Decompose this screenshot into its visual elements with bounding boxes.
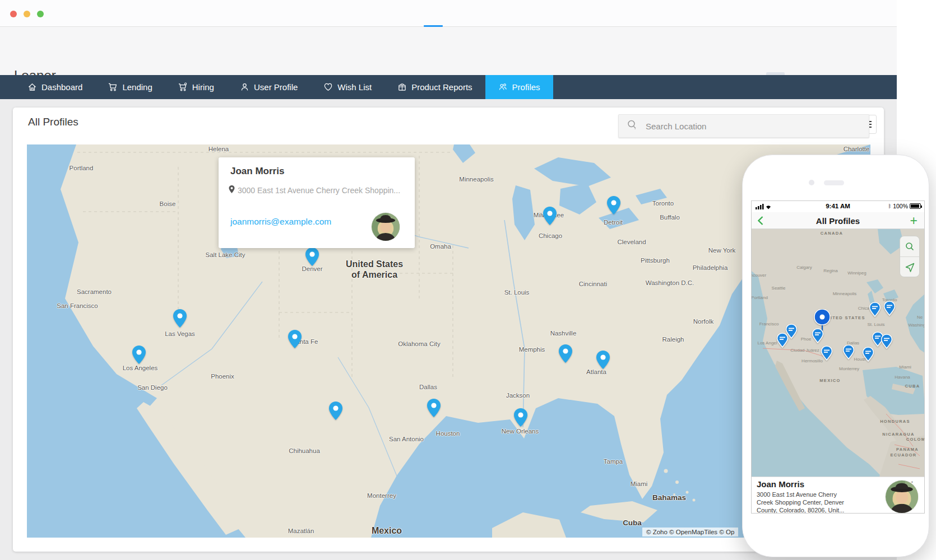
profile-popup-card: Joan Morris 3000 East 1st Avenue Cherry …: [219, 157, 415, 248]
minimize-window-button[interactable]: [24, 11, 30, 17]
people-icon: [498, 82, 508, 92]
phone-map-pin: [812, 328, 824, 346]
nav-item-hiring[interactable]: Hiring: [165, 75, 227, 99]
map-pin[interactable]: [514, 408, 527, 427]
cart-icon: [108, 82, 118, 92]
nav-item-label: Lending: [122, 82, 152, 92]
map-pin[interactable]: [305, 248, 319, 266]
phone-speaker: [824, 180, 844, 185]
window-titlebar: [0, 0, 897, 27]
phone-map-terrain: [752, 229, 925, 477]
nav-item-label: Hiring: [192, 82, 214, 92]
heart-icon: [323, 82, 333, 92]
search-location-input[interactable]: [646, 122, 825, 131]
nav-item-label: Wish List: [337, 82, 372, 92]
nav-item-product-reports[interactable]: Product Reports: [384, 75, 485, 99]
battery-percent: 100%: [893, 203, 908, 209]
person-icon: [240, 82, 249, 92]
nav-item-lending[interactable]: Lending: [95, 75, 165, 99]
phone-map-pin: [842, 344, 855, 362]
phone-search-icon: [900, 236, 919, 257]
map-pin[interactable]: [329, 402, 342, 420]
package-icon: [397, 82, 407, 92]
page-title: All Profiles: [28, 116, 78, 128]
nav-item-label: Dashboard: [41, 82, 82, 92]
phone-page-title: All Profiles: [752, 216, 924, 226]
map-pin[interactable]: [173, 309, 187, 328]
phone-address-line: 3000 East 1st Avenue Cherry: [757, 491, 844, 498]
profile-email-link[interactable]: joanmorris@example.com: [230, 217, 331, 227]
phone-map-pin: [881, 334, 893, 351]
map-pin[interactable]: [607, 196, 620, 214]
maximize-window-button[interactable]: [37, 11, 44, 17]
bluetooth-icon: ᛒ: [888, 203, 891, 209]
profile-address: 3000 East 1st Avenue Cherry Creek Shoppi…: [229, 185, 400, 195]
profile-name: Joan Morris: [230, 166, 284, 177]
map-pin[interactable]: [543, 207, 557, 225]
nav-item-label: Product Reports: [411, 82, 472, 92]
phone-mockup: 9:41 AM ᛒ 100% All Profiles +: [742, 155, 929, 557]
phone-camera-dot: [809, 180, 814, 185]
phone-profile-card: Joan Morris • • • 3000 East 1st Avenue C…: [752, 477, 925, 514]
map-attribution: © Zoho © OpenMapTiles © Op: [642, 528, 738, 536]
app-header: Loaner Demo User: [0, 27, 897, 75]
nav-item-label: Profiles: [512, 82, 540, 92]
phone-map: CANADACalgaryReginaWinnipegncouverSeattl…: [752, 229, 925, 477]
map-pin[interactable]: [427, 399, 441, 417]
phone-map-pin: [869, 302, 881, 319]
phone-battery-group: ᛒ 100%: [888, 203, 921, 209]
map-search-box[interactable]: [618, 114, 869, 138]
profile-avatar: [372, 213, 400, 241]
phone-profile-address: 3000 East 1st Avenue CherryCreek Shoppin…: [757, 491, 844, 514]
phone-map-pin: [821, 346, 833, 363]
map-pin[interactable]: [559, 344, 572, 363]
phone-screen: 9:41 AM ᛒ 100% All Profiles +: [751, 200, 925, 514]
phone-nav-bar: All Profiles +: [752, 212, 924, 229]
phone-map-controls: [900, 236, 920, 277]
nav-item-label: User Profile: [254, 82, 298, 92]
phone-map-pin: [776, 333, 789, 350]
phone-locate-icon: [900, 257, 919, 278]
phone-add-icon: +: [910, 213, 918, 228]
nav-item-profiles[interactable]: Profiles: [485, 75, 553, 99]
home-icon: [27, 82, 37, 92]
map-pin[interactable]: [596, 351, 610, 369]
battery-icon: [910, 203, 921, 209]
phone-address-line: Creek Shopping Center, Denver: [757, 498, 844, 506]
location-pin-icon: [229, 185, 235, 195]
map-pin[interactable]: [132, 346, 146, 364]
phone-status-bar: 9:41 AM ᛒ 100%: [752, 201, 924, 212]
phone-map-pin: [883, 301, 896, 318]
close-window-button[interactable]: [10, 11, 17, 17]
phone-profile-name: Joan Morris: [757, 479, 804, 489]
phone-map-pin: [862, 347, 874, 364]
hiring-cart-icon: [178, 82, 188, 92]
nav-item-user-profile[interactable]: User Profile: [227, 75, 311, 99]
map-pin[interactable]: [288, 330, 302, 348]
phone-profile-avatar: [886, 480, 918, 513]
nav-item-wish-list[interactable]: Wish List: [311, 75, 384, 99]
phone-address-line: County, Colorado, 80206, Unit...: [757, 506, 844, 514]
nav-item-dashboard[interactable]: Dashboard: [15, 75, 95, 99]
main-navbar: DashboardLendingHiringUser ProfileWish L…: [0, 75, 897, 99]
search-icon: [627, 119, 638, 133]
